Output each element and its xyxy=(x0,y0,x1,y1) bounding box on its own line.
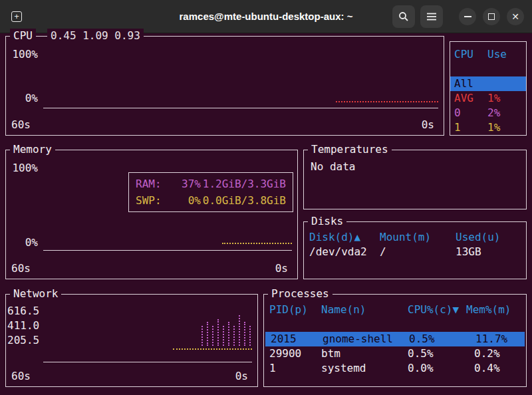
new-tab-button[interactable]: + xyxy=(5,5,28,28)
process-name: systemd xyxy=(316,361,402,376)
cpu-y-min: 0% xyxy=(10,91,38,106)
process-pid: 1 xyxy=(264,361,316,376)
cpu-col-header[interactable]: CPU%(c)▼ xyxy=(402,303,461,317)
swap-usage-line xyxy=(222,243,292,244)
disk-row[interactable]: /dev/vda2 / 13GB xyxy=(304,245,526,259)
cpu-row-label: AVG xyxy=(450,91,483,106)
cpu-row-value: 1% xyxy=(483,120,526,135)
menu-button[interactable] xyxy=(420,5,443,28)
name-col-header[interactable]: Name(n) xyxy=(316,303,402,317)
ram-percent: 37% xyxy=(170,177,201,192)
cpu-usage-line xyxy=(336,101,438,102)
processes-header-row: PID(p) Name(n) CPU%(c)▼ Mem%(m) xyxy=(264,303,526,317)
processes-panel-title: Processes xyxy=(268,287,332,301)
memory-legend: RAM: 37% 1.2GiB/3.3GiB SWP: 0% 0.0GiB/3.… xyxy=(128,172,293,212)
cpu-load-average: 0.45 1.09 0.93 xyxy=(47,29,144,43)
mount-col-header: Mount(m) xyxy=(374,230,450,245)
memory-y-max: 100% xyxy=(10,161,38,176)
pid-col-header[interactable]: PID(p) xyxy=(264,303,316,317)
process-mem: 0.4% xyxy=(461,361,526,376)
cpu-table-header: CPU Use xyxy=(450,47,526,62)
disk-mount: / xyxy=(374,245,450,259)
memory-y-min: 0% xyxy=(10,235,38,250)
cpu-row-avg[interactable]: AVG 1% xyxy=(450,91,526,106)
maximize-button[interactable] xyxy=(483,8,500,25)
cpu-row-core1[interactable]: 1 1% xyxy=(450,120,526,135)
network-graph xyxy=(43,303,252,362)
cpu-panel-title: CPU xyxy=(10,29,36,43)
network-y-label-3: 205.5 xyxy=(7,333,39,348)
process-row[interactable]: 29900 btm 0.5% 0.2% xyxy=(264,346,526,361)
process-cpu: 0.5% xyxy=(404,332,462,346)
cpu-row-all[interactable]: All xyxy=(450,76,526,91)
memory-panel: Memory 100% 0% RAM: 37% 1.2GiB/3.3GiB SW… xyxy=(5,150,298,279)
ram-usage: 1.2GiB/3.3GiB xyxy=(201,177,286,192)
minimize-button[interactable] xyxy=(459,8,476,25)
network-x-left: 60s xyxy=(11,369,31,384)
disks-panel: Disks Disk(d)▲ Mount(m) Used(u) /dev/vda… xyxy=(303,221,527,279)
terminal-content: CPU 0.45 1.09 0.93 100% 0% 60s 0s CPU Us… xyxy=(0,33,532,395)
minimize-icon xyxy=(464,16,471,17)
temperatures-panel-title: Temperatures xyxy=(308,142,392,157)
network-y-label-1: 616.5 xyxy=(7,304,39,319)
process-name: btm xyxy=(316,346,402,361)
used-col-header: Used(u) xyxy=(450,230,526,245)
new-tab-icon: + xyxy=(11,11,22,22)
close-icon: ✕ xyxy=(511,11,519,22)
network-x-right: 0s xyxy=(235,369,248,384)
cpu-row-label: 1 xyxy=(450,120,483,135)
disk-used: 13GB xyxy=(450,245,526,259)
process-pid: 29900 xyxy=(264,346,316,361)
process-mem: 0.2% xyxy=(461,346,526,361)
ram-legend-row: RAM: 37% 1.2GiB/3.3GiB xyxy=(136,177,286,192)
processes-panel: Processes PID(p) Name(n) CPU%(c)▼ Mem%(m… xyxy=(263,294,527,387)
memory-x-left: 60s xyxy=(11,261,31,276)
search-button[interactable] xyxy=(392,5,415,28)
network-y-label-2: 411.0 xyxy=(7,319,39,333)
mem-col-header[interactable]: Mem%(m) xyxy=(461,303,526,317)
use-col-header: Use xyxy=(483,47,526,62)
close-button[interactable]: ✕ xyxy=(507,8,524,25)
cpu-legend-panel: CPU Use All AVG 1% 0 2% 1 1% xyxy=(450,41,527,136)
swap-legend-row: SWP: 0% 0.0GiB/3.8GiB xyxy=(136,194,286,208)
disk-col-header: Disk(d)▲ xyxy=(304,230,374,245)
swap-usage: 0.0GiB/3.8GiB xyxy=(201,194,286,208)
hamburger-menu-icon xyxy=(426,12,437,21)
cpu-row-core0[interactable]: 0 2% xyxy=(450,106,526,120)
memory-x-right: 0s xyxy=(275,261,288,276)
cpu-y-max: 100% xyxy=(10,47,38,62)
network-panel: Network 616.5 411.0 205.5 xyxy=(5,294,258,387)
process-row[interactable]: 1 systemd 0.0% 0.4% xyxy=(264,361,526,376)
network-panel-title: Network xyxy=(10,287,61,301)
disk-name: /dev/vda2 xyxy=(304,245,374,259)
cpu-panel: CPU 0.45 1.09 0.93 100% 0% 60s 0s xyxy=(5,36,444,136)
disks-panel-title: Disks xyxy=(308,214,346,229)
cpu-graph xyxy=(43,45,438,108)
memory-panel-title: Memory xyxy=(10,142,55,157)
process-row[interactable]: 2015 gnome-shell 0.5% 11.7% xyxy=(265,332,525,346)
maximize-icon xyxy=(488,13,495,20)
terminal-window: + ramces@mte-ubuntu-desktop-aux: ~ xyxy=(0,0,532,395)
network-tx-line xyxy=(173,348,252,350)
temperatures-panel: Temperatures No data xyxy=(303,150,527,209)
cpu-row-value: 1% xyxy=(483,91,526,106)
process-mem: 11.7% xyxy=(462,332,525,346)
disks-header-row: Disk(d)▲ Mount(m) Used(u) xyxy=(304,230,526,245)
cpu-x-left: 60s xyxy=(11,118,31,132)
search-icon xyxy=(398,11,409,22)
cpu-row-label: 0 xyxy=(450,106,483,120)
process-pid: 2015 xyxy=(265,332,317,346)
process-cpu: 0.5% xyxy=(402,346,461,361)
process-cpu: 0.0% xyxy=(402,361,461,376)
process-name: gnome-shell xyxy=(317,332,404,346)
cpu-col-header: CPU xyxy=(450,47,483,62)
network-rx-spikes xyxy=(201,315,251,346)
swap-percent: 0% xyxy=(170,194,201,208)
cpu-row-label: All xyxy=(450,76,483,91)
ram-label: RAM: xyxy=(136,177,170,192)
cpu-row-value: 2% xyxy=(483,106,526,120)
swap-label: SWP: xyxy=(136,194,170,208)
cpu-x-right: 0s xyxy=(422,118,434,132)
